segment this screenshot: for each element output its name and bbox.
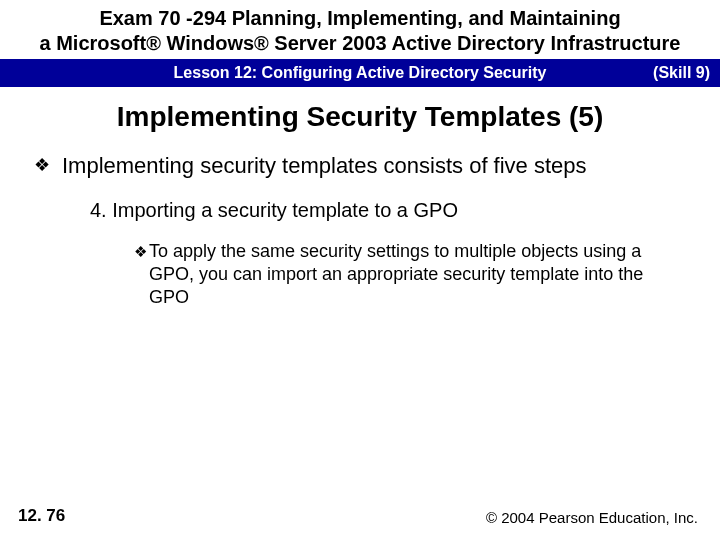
bullet-level-1-text: Implementing security templates consists…	[62, 151, 587, 181]
bullet-level-3: ❖ To apply the same security settings to…	[134, 240, 692, 310]
slide-header: Exam 70 -294 Planning, Implementing, and…	[0, 0, 720, 59]
header-line-1: Exam 70 -294 Planning, Implementing, and…	[10, 6, 710, 31]
header-line-2: a Microsoft® Windows® Server 2003 Active…	[10, 31, 710, 56]
slide-footer: 12. 76 © 2004 Pearson Education, Inc.	[0, 506, 720, 526]
bullet-level-2: 4. Importing a security template to a GP…	[90, 197, 692, 224]
diamond-bullet-icon: ❖	[134, 242, 147, 262]
copyright-text: © 2004 Pearson Education, Inc.	[486, 509, 698, 526]
bullet-level-2-text: 4. Importing a security template to a GP…	[90, 199, 458, 221]
page-number: 12. 76	[18, 506, 65, 526]
bullet-level-3-text: To apply the same security settings to m…	[149, 240, 652, 310]
diamond-bullet-icon: ❖	[34, 153, 50, 177]
slide-content: ❖ Implementing security templates consis…	[0, 151, 720, 310]
lesson-bar: Lesson 12: Configuring Active Directory …	[0, 59, 720, 87]
bullet-level-1: ❖ Implementing security templates consis…	[34, 151, 692, 181]
slide-title: Implementing Security Templates (5)	[0, 101, 720, 133]
slide: Exam 70 -294 Planning, Implementing, and…	[0, 0, 720, 540]
skill-label: (Skill 9)	[653, 64, 710, 82]
lesson-label: Lesson 12: Configuring Active Directory …	[174, 64, 547, 82]
